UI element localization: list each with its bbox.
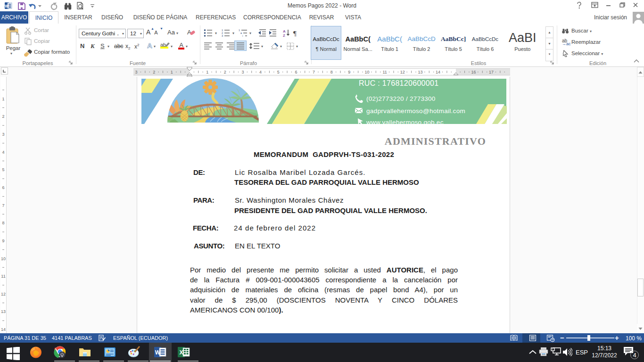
svg-text:12: 12 xyxy=(1,292,6,296)
svg-text:www.vallehermoso.gob.ec: www.vallehermoso.gob.ec xyxy=(366,119,444,126)
svg-text:3: 3 xyxy=(2,132,4,137)
svg-text:RUC : 1768120600001: RUC : 1768120600001 xyxy=(359,79,438,87)
svg-text:1: 1 xyxy=(2,97,4,101)
svg-text:14: 14 xyxy=(1,327,6,332)
svg-text:5: 5 xyxy=(2,167,4,172)
svg-text:8: 8 xyxy=(2,221,4,225)
svg-text:X: X xyxy=(179,349,183,356)
svg-text:2: 2 xyxy=(153,70,155,74)
svg-text:▾: ▾ xyxy=(249,31,251,35)
svg-text:gadprvallehermoso@hotmail.com: gadprvallehermoso@hotmail.com xyxy=(366,107,465,115)
svg-text:1: 1 xyxy=(206,70,208,74)
svg-text:9: 9 xyxy=(348,70,350,74)
svg-text:6: 6 xyxy=(2,185,4,190)
svg-text:A: A xyxy=(283,29,286,33)
svg-text:7: 7 xyxy=(2,203,4,208)
svg-text:10: 10 xyxy=(364,70,369,74)
svg-text:5: 5 xyxy=(277,70,280,74)
svg-text:16: 16 xyxy=(471,70,476,74)
svg-text:▾: ▾ xyxy=(215,31,217,35)
svg-text:3: 3 xyxy=(241,70,244,74)
svg-text:13: 13 xyxy=(418,70,422,74)
svg-text:17: 17 xyxy=(489,70,494,74)
svg-text:7: 7 xyxy=(313,70,315,74)
svg-text:▾: ▾ xyxy=(296,44,298,49)
svg-text:Z: Z xyxy=(283,33,285,37)
svg-text:11: 11 xyxy=(1,274,5,279)
svg-text:11: 11 xyxy=(382,70,387,74)
svg-text:¶: ¶ xyxy=(293,30,297,37)
svg-text:3: 3 xyxy=(222,34,223,37)
svg-text:4: 4 xyxy=(633,352,636,359)
svg-text:▾: ▾ xyxy=(232,31,234,35)
svg-text:1: 1 xyxy=(171,70,173,74)
svg-text:2: 2 xyxy=(224,70,226,74)
svg-text:13: 13 xyxy=(1,309,6,314)
svg-text:4: 4 xyxy=(2,150,4,155)
svg-text:3: 3 xyxy=(135,70,138,74)
svg-text:W: W xyxy=(155,349,161,356)
svg-text:12: 12 xyxy=(400,70,405,74)
svg-text:4: 4 xyxy=(259,70,262,74)
svg-text:9: 9 xyxy=(2,239,4,243)
svg-text:10: 10 xyxy=(1,256,6,261)
svg-text:W: W xyxy=(5,4,9,8)
svg-text:1: 1 xyxy=(239,29,240,32)
svg-text:2: 2 xyxy=(2,114,4,119)
svg-text:6: 6 xyxy=(295,70,297,74)
svg-text:A: A xyxy=(187,29,191,36)
svg-text:i: i xyxy=(242,34,243,37)
svg-text:14: 14 xyxy=(436,70,440,74)
svg-text:8: 8 xyxy=(330,70,333,74)
svg-text:▾: ▾ xyxy=(280,44,282,49)
svg-text:(02)2773220 / 2773300: (02)2773220 / 2773300 xyxy=(366,95,436,102)
svg-text:▾: ▾ xyxy=(261,44,263,49)
